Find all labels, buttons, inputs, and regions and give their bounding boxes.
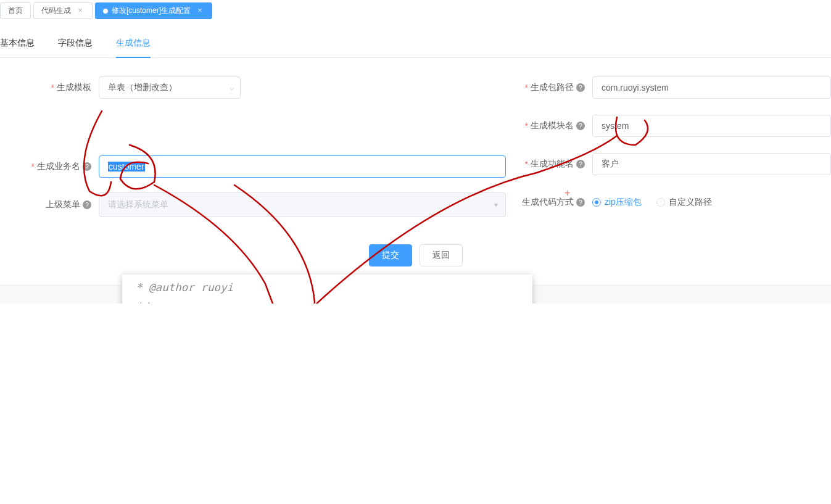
- tabs-bar: 首页 代码生成 × 修改[customer]生成配置 ×: [0, 0, 831, 19]
- radio-path[interactable]: 自定义路径: [656, 197, 712, 208]
- radio-unchecked-icon: [656, 198, 665, 207]
- module-label-text: 生成模块名: [531, 120, 574, 131]
- help-icon[interactable]: ?: [576, 198, 585, 207]
- help-icon[interactable]: ?: [576, 160, 585, 168]
- template-label: * 生成模板: [0, 82, 99, 93]
- code-method-label: 生成代码方式 ?: [512, 197, 592, 208]
- package-input[interactable]: [592, 76, 831, 99]
- business-label: * 生成业务名 ?: [0, 161, 99, 172]
- form-area: * 生成模板 单表（增删改查） ⌵ * 生成业务名 ? customer 上级菜…: [0, 58, 831, 231]
- tab-codegen[interactable]: 代码生成 ×: [33, 2, 93, 19]
- radio-checked-icon: [592, 198, 601, 207]
- help-icon[interactable]: ?: [576, 83, 585, 92]
- required-star-icon: *: [525, 83, 528, 93]
- subtab-gen[interactable]: 生成信息: [116, 38, 151, 57]
- template-label-text: 生成模板: [57, 82, 91, 93]
- required-star-icon: *: [525, 121, 528, 131]
- tab-home[interactable]: 首页: [0, 2, 31, 19]
- radio-path-label: 自定义路径: [669, 197, 712, 208]
- code-method-radio-group: zip压缩包 自定义路径: [592, 197, 712, 208]
- parent-menu-select[interactable]: 请选择系统菜单 ▾: [99, 192, 506, 217]
- business-input[interactable]: customer: [99, 155, 506, 178]
- back-button[interactable]: 返回: [420, 244, 463, 266]
- function-label-text: 生成功能名: [531, 159, 574, 170]
- code-method-label-text: 生成代码方式: [522, 197, 574, 208]
- template-select[interactable]: 单表（增删改查） ⌵: [99, 76, 241, 99]
- parent-menu-label-text: 上级菜单: [46, 199, 80, 210]
- business-value: customer: [108, 162, 145, 171]
- tab-codegen-label: 代码生成: [41, 6, 71, 16]
- help-icon[interactable]: ?: [576, 122, 585, 130]
- code-author: * @author ruoyi: [136, 281, 233, 294]
- close-icon[interactable]: ×: [196, 7, 204, 15]
- close-icon[interactable]: ×: [76, 7, 85, 15]
- caret-down-icon: ▾: [494, 200, 498, 209]
- required-star-icon: *: [51, 83, 54, 93]
- help-icon[interactable]: ?: [83, 162, 91, 171]
- subtab-basic[interactable]: 基本信息: [0, 38, 35, 57]
- plus-icon: +: [564, 188, 570, 198]
- parent-menu-label: 上级菜单 ?: [0, 199, 99, 210]
- module-label: * 生成模块名 ?: [512, 120, 592, 131]
- active-dot-icon: [103, 9, 108, 14]
- subtab-fields[interactable]: 字段信息: [58, 38, 93, 57]
- required-star-icon: *: [525, 159, 528, 169]
- submit-button[interactable]: 提交: [369, 244, 412, 266]
- function-input[interactable]: [592, 153, 831, 175]
- chevron-down-icon: ⌵: [229, 83, 234, 92]
- module-input[interactable]: [592, 115, 831, 137]
- subtabs: 基本信息 字段信息 生成信息: [0, 38, 831, 58]
- package-label-text: 生成包路径: [531, 82, 574, 93]
- tab-edit-customer[interactable]: 修改[customer]生成配置 ×: [95, 2, 212, 19]
- radio-zip-label: zip压缩包: [605, 197, 642, 208]
- parent-menu-placeholder: 请选择系统菜单: [108, 199, 168, 210]
- required-star-icon: *: [31, 162, 35, 171]
- tab-home-label: 首页: [8, 6, 23, 16]
- template-value: 单表（增删改查）: [108, 82, 177, 93]
- fold-icon: ⊖: [137, 297, 141, 304]
- package-label: * 生成包路径 ?: [512, 82, 592, 93]
- button-row: 提交 返回: [0, 244, 831, 266]
- help-icon[interactable]: ?: [83, 200, 91, 209]
- function-label: * 生成功能名 ?: [512, 159, 592, 170]
- business-label-text: 生成业务名: [37, 161, 80, 172]
- code-snippet-panel: * @author ruoyi ⊖ */ ⊖@RestController ⊖ …: [122, 275, 532, 304]
- radio-zip[interactable]: zip压缩包: [592, 197, 642, 208]
- tab-edit-label: 修改[customer]生成配置: [112, 6, 191, 16]
